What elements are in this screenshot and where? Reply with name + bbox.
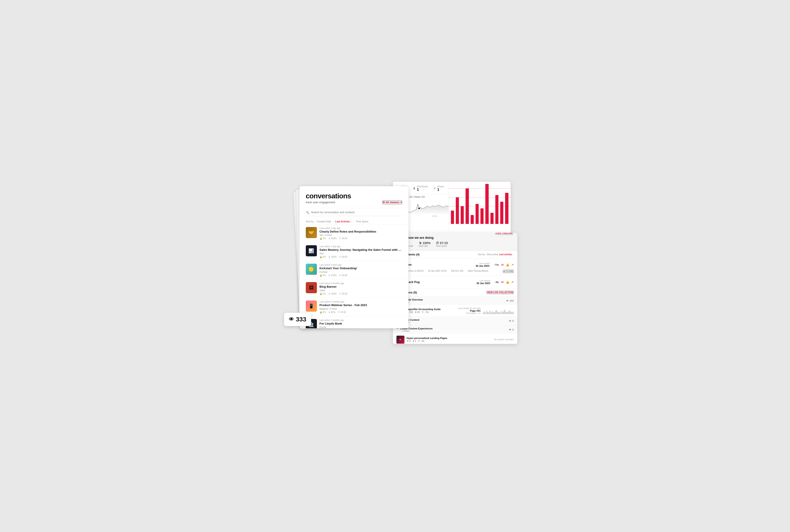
recipient-blackpug-viewed: Last viewed 30 Jan 2023 (476, 280, 490, 285)
conv-last-active: Last active 7 months ago (320, 319, 402, 321)
eye-icon-section: 👁 (506, 300, 509, 302)
conv-stats: 🔒 0% 🖱 100% ⏱ 00:00 (320, 256, 402, 258)
mini-bar (504, 310, 505, 314)
conv-item[interactable]: 🖼 Last active 3 months ago Blog Banner V… (300, 280, 409, 298)
conv-item[interactable]: 🟡 Last active 4 days ago Kickstart Your … (300, 261, 409, 280)
recipient-tom: 👤 Tom Last viewed 30 Jan 2023 ~7m ✉ 👍 ↗ … (393, 259, 517, 276)
hyper-time: ⏱ ~0s (418, 340, 424, 342)
asset-info: Paperflite On-boarding Guide 👁 333 ⬇ 20 … (407, 308, 456, 314)
mini-bar (508, 311, 509, 314)
all-viewers-button[interactable]: ⊞ All viewers ▾ (382, 201, 402, 204)
asset-last-viewed: Last Viewed 30 Jan 2023 Page #01 Time Sp… (458, 307, 481, 314)
conv-stats: 🔒 0% 🖱 100% ⏱ 00:00 (320, 274, 402, 277)
right-main-panel: VIEW TIMELINE Here's how we are doing 🔒 … (393, 233, 517, 344)
mini-bar (496, 310, 497, 314)
sort-last-activity[interactable]: Last Activity ↓ (335, 220, 352, 223)
conv-last-active: Last active 4 days ago (320, 264, 402, 266)
tom-ip: 106.511.105 (451, 270, 463, 273)
mini-bar (500, 311, 501, 314)
sort-time-spent[interactable]: Time Spent (356, 220, 368, 223)
conversations-subtitle: track user engagement (306, 201, 335, 204)
close-icon: ⊗ (503, 270, 505, 272)
search-input[interactable] (311, 211, 402, 214)
share-icon-2[interactable]: ↗ (511, 280, 514, 284)
download-icon: ⬇ (413, 187, 416, 190)
conv-info: Last active 4 days ago Kickstart Your On… (320, 264, 402, 277)
time-stat: ⏱ 19:45 (338, 311, 346, 314)
sort-created-date[interactable]: Created Date (317, 220, 331, 223)
hyper-downloads: ⬇ 0 (412, 340, 416, 342)
v-bar (461, 206, 464, 224)
eye-icon-discover: 👁 (509, 320, 511, 322)
conv-last-active: Last active 1 day ago (320, 245, 402, 248)
v-bar (475, 204, 479, 224)
recipient-blackpug-actions: ✉ 👍 ↗ (501, 280, 514, 284)
conv-stats: 🔒 0% 🖱 50% ⏱ 19:45 (320, 311, 402, 314)
conversations-list: 🤝 Last active 1 day ago Clearly Define R… (300, 224, 409, 328)
conv-item[interactable]: 🤝 Last active 1 day ago Clearly Define R… (300, 224, 409, 243)
doing-title: Here's how we are doing (397, 236, 513, 240)
thumb-icon[interactable]: 👍 (506, 263, 509, 267)
asset-hyper-stats: 👁 0 ⬇ 0 ⏱ ~0s (407, 340, 492, 342)
conv-info: Last active 3 months ago Blog Banner Vio… (320, 282, 402, 295)
view-timeline-button[interactable]: VIEW TIMELINE (495, 233, 513, 235)
section-discover-content: + Discover Content 2 Assets 👁 0 (393, 317, 517, 325)
mini-bar (491, 313, 492, 314)
conv-thumb: 📱 (306, 301, 317, 312)
section-paperflite-overview: — Paperflite Overview 1 Assets 👁 333 (393, 297, 517, 317)
mini-bar (487, 312, 488, 314)
conv-item[interactable]: 🏦 Last active 7 months ago For Lloyds Ba… (300, 316, 409, 328)
mail-icon-2[interactable]: ✉ (501, 280, 504, 284)
svg-point-0 (418, 208, 420, 209)
v-bar (451, 211, 454, 224)
conv-item[interactable]: 📱 Last active 6 months ago Product Webin… (300, 298, 409, 316)
recipient-tom-actions: ✉ 👍 ↗ (501, 263, 514, 267)
asset-hyper-info: Hyper-personalized Landing Pages 👁 0 ⬇ 0… (407, 337, 492, 342)
thumb-emoji: 🟡 (308, 267, 314, 272)
conv-tag: Fuchsia (320, 271, 402, 273)
thumb-icon-2[interactable]: 👍 (506, 280, 509, 284)
time-stat: ⏱ 00:00 (339, 292, 347, 295)
view-live-button[interactable]: VIEW LIVE COLLECTION (486, 291, 513, 294)
open-rate: 🔒 0% (320, 256, 326, 258)
v-bar (490, 213, 493, 224)
v-bar (485, 184, 488, 224)
time-spent-stat: ⏱ 07:15 Time spent (436, 241, 448, 247)
downloads-stat: ⬇ Downloads 1 (413, 185, 428, 192)
open-rate: 🔒 0% (320, 311, 326, 314)
dashed-line-1 (449, 188, 511, 189)
conv-info: Last active 1 day ago Clearly Define Rol… (320, 227, 402, 240)
mini-bar (505, 311, 506, 314)
share-icon[interactable]: ↗ (511, 263, 514, 267)
conv-info: Last active 1 day ago Sales Mastery Jour… (320, 245, 402, 258)
conv-stats: 🔒 0% 🖱 100% ⏱ 00:00 (320, 237, 402, 240)
asset-downloads: ⬇ 20 (415, 311, 420, 314)
mini-bar (502, 311, 503, 314)
recipients-sort: Sort by : Most active Last activity ↓ (478, 253, 513, 256)
close-button[interactable]: ⊗ CLOSE (503, 270, 514, 273)
mini-bar (503, 312, 504, 314)
click-rate: 🖱 100% (328, 292, 337, 295)
time-stat: ⏱ 00:00 (339, 256, 347, 258)
conv-thumb: 🟡 (306, 264, 317, 275)
conv-item[interactable]: 📊 Last active 1 day ago Sales Mastery Jo… (300, 243, 409, 261)
tom-device: Chrome on Win10 (406, 270, 424, 273)
section-overview-views: 👁 333 (506, 300, 513, 302)
mini-bar (499, 312, 499, 314)
time-label-1: 15:50 (432, 215, 437, 217)
v-bar (505, 193, 508, 224)
search-icon: 🔍 (306, 211, 309, 214)
search-bar: 🔍 (306, 211, 402, 216)
asset-thumb-hyper: ▶ (396, 336, 405, 344)
recipient-blackpug-name: Black Pug (406, 280, 474, 284)
mini-bar (511, 312, 511, 314)
time-stat: ⏱ 00:00 (339, 237, 347, 240)
mini-bar (485, 313, 486, 314)
mail-icon[interactable]: ✉ (501, 263, 504, 267)
mini-bar (493, 312, 494, 314)
asset-time: ⏱ ~7m (421, 311, 429, 314)
recipient-blackpug-main: 👤 Black Pug Last viewed 30 Jan 2023 ~8s … (396, 279, 514, 286)
click-rate-stat: 🖱 100% Click rate (419, 241, 431, 247)
tom-location: Saint Thomas Mount (468, 270, 488, 273)
conv-last-active: Last active 1 day ago (320, 227, 402, 229)
